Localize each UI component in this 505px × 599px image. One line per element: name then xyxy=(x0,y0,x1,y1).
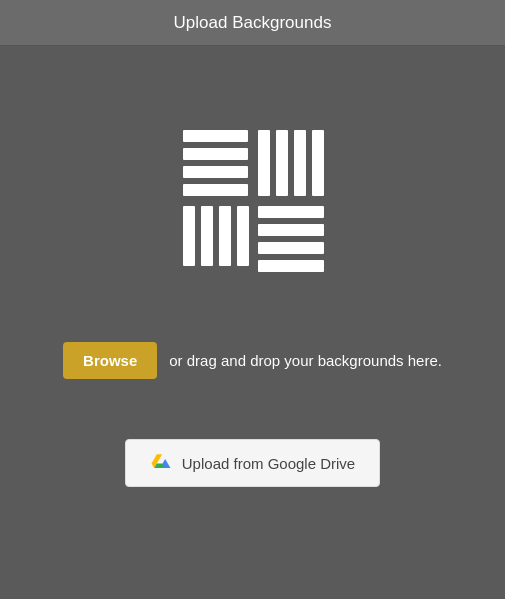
svg-rect-9 xyxy=(201,206,213,266)
svg-rect-3 xyxy=(183,184,248,196)
browse-button[interactable]: Browse xyxy=(63,342,157,379)
svg-rect-14 xyxy=(258,242,324,254)
svg-rect-4 xyxy=(258,130,270,196)
google-drive-label: Upload from Google Drive xyxy=(182,455,355,472)
svg-rect-5 xyxy=(276,130,288,196)
drag-drop-text: or drag and drop your backgrounds here. xyxy=(169,352,442,369)
svg-rect-12 xyxy=(258,206,324,218)
svg-rect-7 xyxy=(312,130,324,196)
google-drive-icon xyxy=(150,452,172,474)
svg-rect-13 xyxy=(258,224,324,236)
svg-rect-15 xyxy=(258,260,324,272)
upload-controls: Browse or drag and drop your backgrounds… xyxy=(63,342,442,379)
google-drive-button[interactable]: Upload from Google Drive xyxy=(125,439,380,487)
svg-rect-6 xyxy=(294,130,306,196)
header: Upload Backgrounds xyxy=(0,0,505,46)
page-title: Upload Backgrounds xyxy=(174,13,332,33)
svg-rect-11 xyxy=(237,206,249,266)
svg-rect-1 xyxy=(183,148,248,160)
svg-rect-2 xyxy=(183,166,248,178)
main-content: Browse or drag and drop your backgrounds… xyxy=(0,46,505,599)
svg-rect-8 xyxy=(183,206,195,266)
upload-icon xyxy=(173,118,333,282)
svg-rect-0 xyxy=(183,130,248,142)
svg-rect-10 xyxy=(219,206,231,266)
